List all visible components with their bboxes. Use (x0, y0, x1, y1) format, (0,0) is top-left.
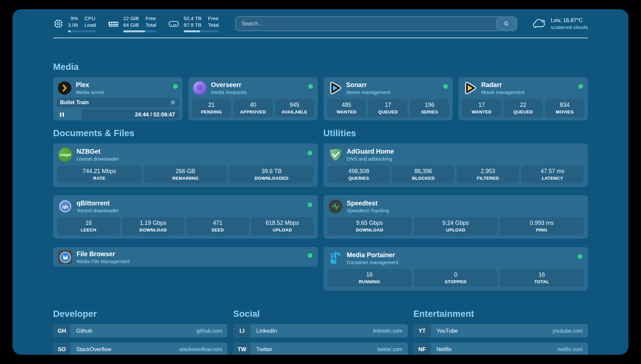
qbittorrent-card[interactable]: qb qBittorrent Torrent downloader 16 LEE… (53, 195, 318, 239)
cpu-load-value: 3.09 (68, 22, 78, 28)
memory-total-value: 64 GiB (123, 22, 139, 28)
filebrowser-status-online-dot (308, 253, 312, 258)
stat-download: 9.65 Gbps DOWNLOAD (328, 217, 412, 235)
nzbget-subtitle: Usenet downloader (76, 156, 303, 162)
stream-settings-gear-icon[interactable] (170, 100, 176, 105)
plex-status-online-dot (173, 84, 178, 89)
disk-progress-track (184, 30, 219, 32)
weather-condition: scattered clouds (551, 24, 588, 31)
bookmark-linkedin[interactable]: LI LinkedIn linkedin.com (233, 324, 408, 338)
disk-free-label: Free (208, 15, 219, 22)
plex-card[interactable]: Plex Media server Bullet Train (53, 77, 183, 120)
header-divider (53, 38, 588, 38)
nzbget-icon: nzbget (58, 148, 72, 162)
portainer-crane-icon (329, 251, 343, 265)
memory-free-value: 22 GiB (123, 15, 139, 22)
section-title-media: Media (53, 62, 588, 72)
section-title-entertainment: Entertainment (413, 309, 588, 319)
dashboard-panel: 9% 3.09 CPU Load (13, 9, 628, 355)
overseerr-title: Overseerr (211, 81, 304, 89)
filebrowser-icon (58, 250, 72, 264)
ram-icon (108, 18, 119, 29)
cpu-progress-fill (68, 30, 71, 32)
bookmark-youtube[interactable]: YT YouTube youtube.com (413, 324, 588, 338)
cpu-usage-label: CPU (84, 15, 95, 22)
disk-total-value: 97.9 TB (184, 22, 201, 28)
stat-filtered: 2,953 FILTERED (457, 166, 519, 183)
stat-leech: 16 LEECH (57, 217, 120, 235)
bookmark-name: Github (71, 324, 197, 338)
stat-latency: 47.57 ms LATENCY (521, 166, 584, 183)
sonarr-status-online-dot (443, 84, 448, 89)
stat-queued: 17 QUEUED (368, 99, 408, 117)
qb-logo-text: qb (62, 204, 68, 209)
pause-button[interactable] (59, 111, 65, 118)
stat-remaining: 266 GB REMAINING (143, 166, 227, 183)
stat-wanted: 485 WANTED (327, 99, 366, 117)
bookmark-abbr: TW (233, 343, 251, 355)
now-playing-title: Bullet Train (60, 100, 89, 106)
search-input[interactable] (235, 16, 517, 31)
nzbget-title: NZBGet (76, 148, 303, 155)
memory-free-label: Free (145, 15, 156, 22)
stat-series: 196 SERIES (410, 99, 449, 117)
stat-ping: 0.993 ms PING (500, 217, 584, 235)
speedtest-card[interactable]: Speedtest Speedtest Tracking 9.65 Gbps D… (323, 195, 588, 239)
nzbget-logo-text: nzbget (60, 153, 71, 157)
adguard-card[interactable]: AdGuard Home DNS and adblocking 498,508 … (323, 143, 588, 187)
bookmark-github[interactable]: GH Github github.com (53, 324, 228, 338)
stat-running: 16 RUNNING (328, 269, 412, 287)
nzbget-card[interactable]: nzbget NZBGet Usenet downloader 744.21 M… (53, 143, 318, 187)
system-stats: 9% 3.09 CPU Load (53, 15, 219, 32)
bookmark-url: twitter.com (377, 343, 408, 355)
filebrowser-card[interactable]: File Browser Media File Management (53, 247, 318, 267)
bookmark-url: stackoverflow.com (179, 343, 228, 355)
stat-queued: 22 QUEUED (504, 99, 543, 117)
speedtest-subtitle: Speedtest Tracking (347, 208, 583, 213)
filebrowser-subtitle: Media File Management (76, 258, 303, 264)
bookmark-url: linkedin.com (373, 324, 408, 338)
stat-total: 16 TOTAL (500, 269, 584, 287)
portainer-card[interactable]: Media Portainer Container management 16 … (323, 247, 588, 290)
plex-subtitle: Media server (76, 89, 169, 95)
stat-stopped: 0 STOPPED (414, 269, 498, 287)
disk-total-label: Total (208, 22, 219, 28)
stat-movies: 834 MOVIES (545, 99, 584, 117)
sonarr-title: Sonarr (346, 81, 439, 89)
bookmark-name: Twitter (251, 343, 377, 355)
bookmark-netflix[interactable]: NF Netflix netflix.com (413, 343, 588, 355)
cpu-chip-icon (53, 18, 64, 29)
stat-queries: 498,508 QUERIES (328, 166, 390, 183)
section-title-social: Social (233, 309, 408, 319)
cpu-load-label: Load (84, 22, 96, 28)
speedtest-pulse-icon (329, 199, 343, 213)
memory-widget: 22 GiB 64 GiB Free Total (108, 15, 156, 32)
search-provider-button[interactable]: G (497, 18, 516, 30)
cpu-usage-value: 9% (71, 15, 78, 22)
stat-downloaded: 39.6 TB DOWNLOADED (229, 166, 313, 183)
bookmark-name: LinkedIn (251, 324, 373, 338)
adguard-title: AdGuard Home (347, 148, 583, 155)
radarr-card[interactable]: Radarr Movie management 17 WANTED 22 QUE… (458, 77, 588, 120)
stat-approved: 40 APPROVED (233, 99, 273, 117)
bookmark-twitter[interactable]: TW Twitter twitter.com (233, 343, 408, 355)
overseerr-card[interactable]: Overseerr Media Requests 21 PENDING 40 A… (188, 77, 318, 120)
sonarr-card[interactable]: Sonarr Series management 485 WANTED 17 Q… (323, 77, 453, 120)
bookmark-stackoverflow[interactable]: SO StackOverflow stackoverflow.com (53, 343, 228, 355)
portainer-title: Media Portainer (347, 251, 574, 259)
speedtest-title: Speedtest (347, 199, 583, 207)
bookmark-abbr: LI (233, 324, 251, 338)
sonarr-subtitle: Series management (346, 89, 439, 95)
filebrowser-title: File Browser (76, 250, 303, 258)
disk-progress-fill (184, 30, 200, 32)
bookmark-name: StackOverflow (71, 343, 179, 355)
qbittorrent-icon: qb (58, 199, 72, 213)
radarr-status-online-dot (578, 84, 583, 89)
overseerr-status-online-dot (308, 84, 313, 89)
bookmark-abbr: YT (413, 324, 431, 338)
bookmark-url: youtube.com (552, 324, 588, 338)
qbittorrent-subtitle: Torrent downloader (76, 208, 303, 213)
disk-widget: 52.4 TB 97.9 TB Free Total (168, 15, 219, 32)
stat-wanted: 17 WANTED (462, 99, 501, 117)
plex-title: Plex (76, 81, 169, 89)
